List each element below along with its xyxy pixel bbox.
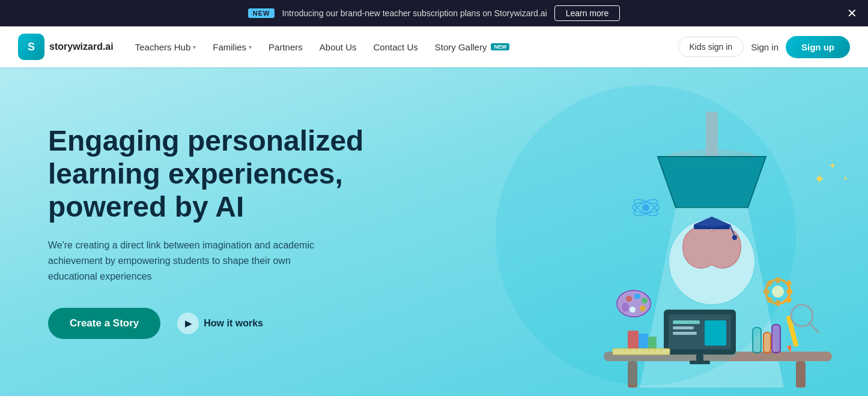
sign-up-button[interactable]: Sign up xyxy=(786,36,850,58)
kids-sign-in-button[interactable]: Kids sign in xyxy=(678,37,744,57)
play-icon: ▶ xyxy=(177,313,199,334)
nav-link-about-us[interactable]: About Us xyxy=(320,42,357,52)
nav-link-partners[interactable]: Partners xyxy=(269,42,303,52)
announcement-text: Introducing our brand-new teacher subscr… xyxy=(282,8,547,18)
sign-in-button[interactable]: Sign in xyxy=(751,42,778,52)
logo-text: storywizard.ai xyxy=(49,41,114,52)
nav-logo[interactable]: S storywizard.ai xyxy=(18,34,114,60)
learn-more-button[interactable]: Learn more xyxy=(554,5,621,21)
svg-text:✦: ✦ xyxy=(814,172,825,187)
chevron-down-icon: ▾ xyxy=(249,44,252,50)
svg-line-30 xyxy=(810,323,819,332)
logo-mark: S xyxy=(18,34,44,60)
nav-actions: Kids sign in Sign in Sign up xyxy=(678,36,850,58)
nav-links: Teachers Hub ▾ Families ▾ Partners About… xyxy=(135,42,678,52)
close-announcement-button[interactable]: ✕ xyxy=(847,7,857,19)
svg-rect-36 xyxy=(786,290,792,293)
svg-rect-40 xyxy=(785,296,792,303)
create-story-button[interactable]: Create a Story xyxy=(48,308,160,339)
svg-rect-26 xyxy=(772,325,780,353)
hero-content: Engaging personalized learning experienc… xyxy=(48,124,363,339)
announcement-bar: NEW Introducing our brand-new teacher su… xyxy=(0,0,868,26)
hero-subtitle: We're creating a direct link between ima… xyxy=(48,238,336,284)
hero-buttons: Create a Story ▶ How it works xyxy=(48,308,363,339)
svg-rect-12 xyxy=(796,361,806,388)
new-badge: NEW xyxy=(248,8,275,18)
hero-section: Engaging personalized learning experienc… xyxy=(0,67,868,396)
svg-rect-25 xyxy=(763,332,771,353)
hero-title: Engaging personalized learning experienc… xyxy=(48,124,363,224)
nav-link-families[interactable]: Families ▾ xyxy=(213,42,252,52)
main-nav: S storywizard.ai Teachers Hub ▾ Families… xyxy=(0,26,868,67)
svg-text:✦: ✦ xyxy=(829,161,836,170)
svg-text:✦: ✦ xyxy=(843,175,848,182)
how-it-works-link[interactable]: ▶ How it works xyxy=(177,313,263,334)
nav-link-contact-us[interactable]: Contact Us xyxy=(374,42,418,52)
new-badge-gallery: NEW xyxy=(491,43,509,50)
nav-link-story-gallery[interactable]: Story Gallery NEW xyxy=(435,42,510,52)
chevron-down-icon: ▾ xyxy=(193,44,196,50)
deco-circle-large xyxy=(496,85,796,385)
nav-link-teachers-hub[interactable]: Teachers Hub ▾ xyxy=(135,42,196,52)
